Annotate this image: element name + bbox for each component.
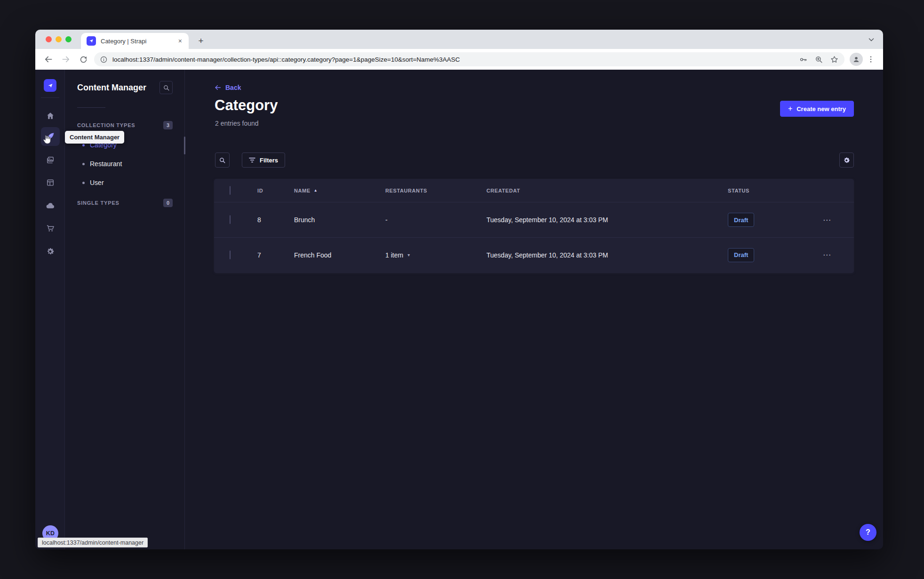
status-badge: Draft	[728, 213, 754, 227]
sidebar-item-restaurant[interactable]: Restaurant	[65, 154, 185, 173]
cell-restaurants: -	[385, 216, 486, 224]
strapi-logo[interactable]	[44, 79, 56, 92]
tab-title: Category | Strapi	[101, 38, 177, 45]
nav-scrollbar-thumb[interactable]	[184, 137, 185, 154]
browser-tab[interactable]: Category | Strapi ×	[81, 33, 189, 49]
table-row[interactable]: 7 French Food 1 item ▾ Tuesday, Septembe…	[214, 237, 854, 272]
browser-url-bar: localhost:1337/admin/content-manager/col…	[35, 49, 883, 70]
bullet-icon	[82, 163, 85, 165]
link-status-bar: localhost:1337/admin/content-manager	[38, 538, 148, 547]
panel-title: Content Manager	[77, 83, 146, 93]
cell-createdat: Tuesday, September 10, 2024 at 3:03 PM	[486, 251, 728, 259]
home-icon[interactable]	[41, 106, 60, 125]
rail-divider	[41, 97, 59, 98]
content-manager-tooltip: Content Manager	[65, 131, 124, 144]
close-window-button[interactable]	[46, 36, 52, 42]
browser-back-icon[interactable]	[43, 54, 54, 65]
single-types-count-badge: 0	[163, 199, 173, 207]
chevron-down-icon: ▾	[407, 252, 410, 257]
content-type-builder-icon[interactable]	[41, 173, 60, 192]
back-arrow-icon	[214, 84, 222, 91]
browser-tab-bar: Category | Strapi × +	[35, 30, 883, 49]
password-key-icon[interactable]	[799, 55, 808, 64]
collection-types-count-badge: 3	[163, 121, 173, 129]
browser-menu-icon[interactable]	[865, 54, 876, 65]
page-title: Category	[215, 97, 278, 114]
sidebar-item-user[interactable]: User	[65, 173, 185, 192]
window-controls	[46, 36, 72, 42]
main-content: Back Category 2 entries found + Create n…	[185, 70, 883, 549]
bullet-icon	[82, 144, 85, 146]
url-text[interactable]: localhost:1337/admin/content-manager/col…	[112, 56, 799, 63]
cell-restaurants[interactable]: 1 item ▾	[385, 251, 486, 259]
help-button[interactable]: ?	[860, 524, 876, 541]
row-actions-menu-icon[interactable]: ⋯	[823, 215, 854, 225]
browser-reload-icon[interactable]	[78, 54, 89, 65]
filters-button[interactable]: Filters	[242, 153, 285, 168]
omnibox[interactable]: localhost:1337/admin/content-manager/col…	[94, 52, 844, 66]
panel-divider	[77, 107, 105, 108]
browser-window: Category | Strapi × + localhost:1337/adm…	[35, 30, 883, 549]
column-header-createdat: CREATEDAT	[486, 188, 728, 193]
cell-name: French Food	[294, 251, 385, 259]
bookmark-star-icon[interactable]	[830, 55, 839, 64]
column-header-status: STATUS	[728, 188, 802, 193]
new-tab-button[interactable]: +	[194, 34, 207, 48]
hand-cursor-icon	[41, 134, 52, 145]
strapi-favicon-icon	[87, 36, 96, 46]
minimize-window-button[interactable]	[56, 36, 62, 42]
marketplace-cart-icon[interactable]	[41, 219, 60, 238]
entries-count: 2 entries found	[215, 120, 259, 127]
plus-icon: +	[788, 105, 792, 113]
bullet-icon	[82, 182, 85, 184]
status-badge: Draft	[728, 248, 754, 262]
settings-gear-icon[interactable]	[41, 242, 60, 261]
panel-search-button[interactable]	[159, 81, 173, 94]
cell-id: 7	[257, 251, 294, 259]
strapi-admin-app: KD Content Manager COLLECTION TYPES 3 Ca…	[35, 70, 883, 549]
browser-profile-avatar[interactable]	[850, 53, 863, 66]
cell-createdat: Tuesday, September 10, 2024 at 3:03 PM	[486, 216, 728, 224]
cell-id: 8	[257, 216, 294, 224]
column-header-restaurants: RESTAURANTS	[385, 188, 486, 193]
filter-icon	[249, 157, 255, 163]
media-library-icon[interactable]	[41, 151, 60, 169]
row-checkbox[interactable]	[230, 215, 231, 224]
table-settings-gear-icon[interactable]	[839, 153, 854, 168]
page-info-icon[interactable]	[100, 56, 108, 64]
maximize-window-button[interactable]	[65, 36, 72, 42]
select-all-checkbox[interactable]	[230, 186, 231, 195]
column-header-name[interactable]: NAME ▲	[294, 188, 385, 193]
sort-ascending-icon[interactable]: ▲	[314, 188, 318, 193]
table-search-button[interactable]	[215, 153, 230, 168]
tab-search-chevron-icon[interactable]	[867, 35, 876, 44]
zoom-in-icon[interactable]	[814, 55, 823, 64]
back-link[interactable]: Back	[214, 84, 241, 91]
table-row[interactable]: 8 Brunch - Tuesday, September 10, 2024 a…	[214, 202, 854, 237]
tab-close-icon[interactable]: ×	[177, 37, 183, 45]
row-checkbox[interactable]	[230, 250, 231, 259]
row-actions-menu-icon[interactable]: ⋯	[823, 250, 854, 260]
create-new-entry-button[interactable]: + Create new entry	[780, 101, 854, 117]
entries-table: ID NAME ▲ RESTAURANTS CREATEDAT STATUS 8…	[214, 179, 854, 273]
collection-types-header: COLLECTION TYPES	[77, 122, 135, 128]
column-header-id: ID	[257, 188, 294, 193]
browser-forward-icon[interactable]	[60, 54, 72, 65]
cell-name: Brunch	[294, 216, 385, 224]
table-header-row: ID NAME ▲ RESTAURANTS CREATEDAT STATUS	[214, 179, 854, 202]
single-types-header: SINGLE TYPES	[77, 200, 119, 206]
cloud-icon[interactable]	[41, 196, 60, 215]
